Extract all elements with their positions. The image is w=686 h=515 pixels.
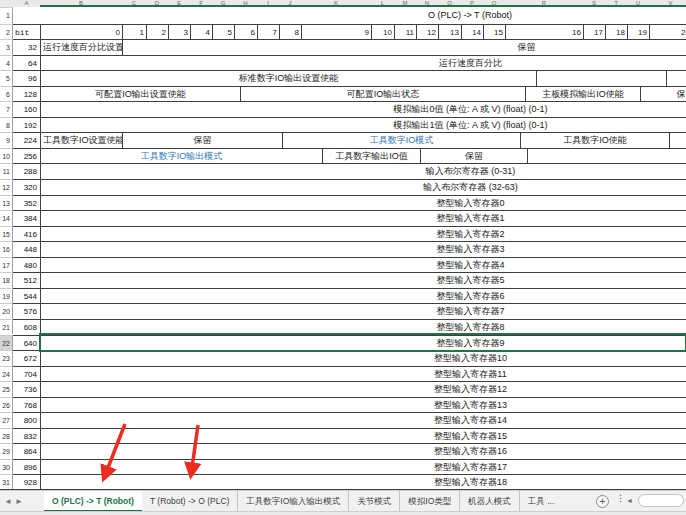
bit-col-7[interactable]: 7 — [257, 24, 279, 41]
cell-r25-0[interactable]: 整型输入寄存器12 — [40, 381, 686, 398]
cell-r9-1[interactable]: 保留 — [122, 132, 282, 149]
bit-col-20[interactable]: 20 — [649, 24, 686, 41]
row-header-3[interactable]: 3 — [0, 39, 13, 55]
bit-col-4[interactable]: 4 — [190, 24, 212, 41]
column-header-K[interactable]: K — [301, 0, 371, 7]
bit-offset-224[interactable]: 224 — [13, 132, 40, 149]
column-header-M[interactable]: M — [394, 0, 416, 7]
bit-offset-384[interactable]: 384 — [13, 210, 40, 227]
bit-offset-64[interactable]: 64 — [13, 55, 40, 72]
row-header-28[interactable]: 28 — [0, 428, 13, 444]
column-header-Q[interactable]: Q — [483, 0, 505, 7]
cell-r26-0[interactable]: 整型输入寄存器13 — [40, 397, 686, 414]
bit-offset-832[interactable]: 832 — [13, 428, 40, 445]
bit-col-18[interactable]: 18 — [605, 24, 627, 41]
cell-r10-3[interactable] — [527, 148, 686, 165]
row-header-22[interactable]: 22 — [0, 335, 13, 351]
bit-col-11[interactable]: 11 — [394, 24, 416, 41]
cell-r3-0[interactable]: 运行速度百分比设置使能 — [40, 39, 122, 56]
cell-r6-3[interactable]: 保留 — [640, 86, 686, 103]
row-header-31[interactable]: 31 — [0, 474, 13, 490]
tab-nav-left-icon[interactable]: ◄ — [4, 497, 15, 506]
row-header-18[interactable]: 18 — [0, 272, 13, 288]
cell-r24-0[interactable]: 整型输入寄存器11 — [40, 366, 686, 383]
horizontal-scrollbar[interactable] — [638, 494, 684, 507]
hscroll-left-icon[interactable]: ◄ — [626, 497, 633, 504]
cell-r15-0[interactable]: 整型输入寄存器2 — [40, 226, 686, 243]
sheet-tab-1[interactable]: T (Robot) -> O (PLC) — [142, 491, 238, 512]
bit-offset-640[interactable]: 640 — [13, 335, 40, 352]
cell-r10-1[interactable]: 工具数字输出IO值 — [322, 148, 420, 165]
row-header-7[interactable]: 7 — [0, 101, 13, 117]
column-header-V[interactable]: V — [649, 0, 686, 7]
cell-r18-0[interactable]: 整型输入寄存器5 — [40, 272, 686, 289]
row-header-11[interactable]: 11 — [0, 163, 13, 179]
sheet-tab-4[interactable]: 模拟IO类型 — [400, 491, 460, 512]
bit-header-label[interactable]: bit — [13, 24, 40, 41]
bit-offset-896[interactable]: 896 — [13, 459, 40, 476]
row-header-12[interactable]: 12 — [0, 179, 13, 195]
bit-col-0[interactable]: 0 — [40, 24, 122, 41]
column-header-S[interactable]: S — [583, 0, 605, 7]
column-header-E[interactable]: E — [168, 0, 190, 7]
row-header-17[interactable]: 17 — [0, 257, 13, 273]
cell-r12-0[interactable]: 输入布尔寄存器 (32-63) — [40, 179, 686, 196]
bit-col-19[interactable]: 19 — [627, 24, 649, 41]
cell-r30-0[interactable]: 整型输入寄存器17 — [40, 459, 686, 476]
column-header-J[interactable]: J — [279, 0, 301, 7]
cell-r14-0[interactable]: 整型输入寄存器1 — [40, 210, 686, 227]
cell-r5-2[interactable] — [666, 70, 686, 87]
bit-col-9[interactable]: 9 — [301, 24, 371, 41]
bit-offset-608[interactable]: 608 — [13, 319, 40, 336]
tab-nav-right-icon[interactable]: ► — [15, 497, 26, 506]
bit-col-3[interactable]: 3 — [168, 24, 190, 41]
cell-r20-0[interactable]: 整型输入寄存器7 — [40, 303, 686, 320]
bit-offset-320[interactable]: 320 — [13, 179, 40, 196]
column-header-B[interactable]: B — [40, 0, 122, 7]
cell-r4-0[interactable]: 运行速度百分比 — [40, 55, 686, 72]
row-header-27[interactable]: 27 — [0, 412, 13, 428]
row-header-24[interactable]: 24 — [0, 366, 13, 382]
bit-offset-352[interactable]: 352 — [13, 195, 40, 212]
column-header-D[interactable]: D — [146, 0, 168, 7]
cell-r5-0[interactable]: 标准数字IO输出设置使能 — [40, 70, 536, 87]
column-header-T[interactable]: T — [605, 0, 627, 7]
cell-r19-0[interactable]: 整型输入寄存器6 — [40, 288, 686, 305]
tab-more-icon[interactable]: ⋮ — [616, 493, 625, 503]
row-header-8[interactable]: 8 — [0, 117, 13, 133]
bit-offset-256[interactable]: 256 — [13, 148, 40, 165]
bit-offset-416[interactable]: 416 — [13, 226, 40, 243]
bit-col-12[interactable]: 12 — [416, 24, 438, 41]
column-header-O[interactable]: O — [438, 0, 461, 7]
row-header-19[interactable]: 19 — [0, 288, 13, 304]
bit-offset-800[interactable]: 800 — [13, 412, 40, 429]
bit-offset-768[interactable]: 768 — [13, 397, 40, 414]
row-header-15[interactable]: 15 — [0, 226, 13, 242]
cell-r16-0[interactable]: 整型输入寄存器3 — [40, 241, 686, 258]
bit-col-10[interactable]: 10 — [371, 24, 394, 41]
cell-r10-2[interactable]: 保留 — [420, 148, 527, 165]
row-header-26[interactable]: 26 — [0, 397, 13, 413]
cell-r5-1[interactable] — [536, 70, 666, 87]
bit-offset-864[interactable]: 864 — [13, 443, 40, 460]
row-header-6[interactable]: 6 — [0, 86, 13, 102]
cell-r10-0[interactable]: 工具数字IO输出模式 — [40, 148, 322, 165]
row-header-9[interactable]: 9 — [0, 132, 13, 148]
column-header-R[interactable]: R — [505, 0, 583, 7]
cell-r9-2[interactable]: 工具数字IO模式 — [282, 132, 520, 149]
bit-offset-32[interactable]: 32 — [13, 39, 40, 56]
row-header-29[interactable]: 29 — [0, 443, 13, 459]
sheet-tab-5[interactable]: 机器人模式 — [460, 491, 520, 512]
cell-r11-0[interactable]: 输入布尔寄存器 (0-31) — [40, 163, 686, 180]
column-header-I[interactable]: I — [257, 0, 279, 7]
cell-r9-4[interactable] — [669, 132, 686, 149]
tab-scroll-arrows[interactable]: ◄► — [4, 491, 26, 512]
sheet-tab-6[interactable]: 工具 ... — [520, 491, 559, 512]
bit-offset-512[interactable]: 512 — [13, 272, 40, 289]
bit-offset-128[interactable]: 128 — [13, 86, 40, 103]
column-header-N[interactable]: N — [416, 0, 438, 7]
cell-r9-0[interactable]: 工具数字IO设置使能 — [40, 132, 122, 149]
bit-col-13[interactable]: 13 — [438, 24, 461, 41]
cell-r17-0[interactable]: 整型输入寄存器4 — [40, 257, 686, 274]
cell-r28-0[interactable]: 整型输入寄存器15 — [40, 428, 686, 445]
